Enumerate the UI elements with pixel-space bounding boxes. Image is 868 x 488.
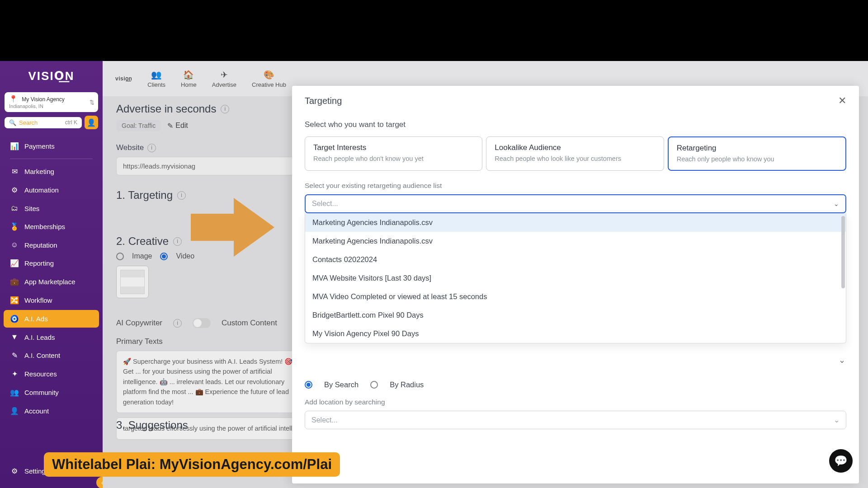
radio-image[interactable] [116,253,124,260]
scrollbar[interactable] [841,216,845,288]
audience-list-label: Select your existing retargeting audienc… [305,182,846,190]
ai-copywriter-label: AI Copywriter [116,319,162,328]
nav-sites[interactable]: 🗂Sites [4,200,99,217]
card-desc: Reach only people who know you [677,155,837,163]
automation-icon: ⚙ [10,186,19,194]
inner-brand: visio͟n [115,75,132,82]
card-target-interests[interactable]: Target Interests Reach people who don't … [305,136,482,171]
website-input[interactable]: https://leads.myvisionag [116,157,306,175]
dropdown-option[interactable]: Contacts 02022024 [305,250,846,269]
nav-label: Community [24,389,59,396]
nav-payments[interactable]: 📊Payments [4,137,99,155]
nav-ai-content[interactable]: ✎A.I. Content [4,347,99,364]
topnav-clients[interactable]: 👥Clients [147,70,165,88]
nav-resources[interactable]: ✦Resources [4,365,99,383]
edit-goal-button[interactable]: ✎Edit [167,122,188,130]
select-placeholder: Select... [312,200,338,208]
select-placeholder: Select... [311,416,338,424]
card-retargeting[interactable]: Retargeting Reach only people who know y… [668,136,846,171]
nav-label: A.I. Content [24,352,60,359]
targeting-modal: Targeting ✕ Select who you want to targe… [292,86,859,483]
radio-label: By Radius [390,380,424,389]
topnav-advertise[interactable]: ✈Advertise [212,70,236,88]
help-fab[interactable]: 💬 [829,449,853,473]
nav-label: Account [24,407,49,415]
nav-memberships[interactable]: 🏅Memberships [4,218,99,235]
topnav-home[interactable]: 🏠Home [181,70,197,88]
radio-video[interactable] [160,253,168,260]
community-icon: 👥 [10,388,19,397]
location-label: Add location by searching [305,398,846,406]
nav-label: A.I. Leads [24,333,55,341]
nav-label: Reputation [24,241,57,249]
nav-ai-ads[interactable]: 🧿A.I. Ads [4,310,99,328]
info-icon[interactable]: i [147,144,156,152]
radio-by-radius[interactable] [370,381,378,389]
content-icon: ✎ [10,351,19,360]
nav-community[interactable]: 👥Community [4,384,99,401]
radio-label: Image [132,252,152,260]
dropdown-option[interactable]: Marketing Agencies Indianapolis.csv [305,213,846,232]
card-lookalike[interactable]: Lookalike Audience Reach people who look… [486,136,664,171]
nav-marketing[interactable]: ✉Marketing [4,163,99,180]
topnav-label: Home [181,81,197,88]
nav-label: Workflow [24,296,52,304]
info-icon[interactable]: i [173,319,182,328]
nav-workflow[interactable]: 🔀Workflow [4,291,99,309]
info-icon[interactable]: i [177,191,186,200]
pin-icon: 📍 [9,95,18,103]
info-icon[interactable]: i [173,237,182,246]
nav-label: App Marketplace [24,278,75,286]
resources-icon: ✦ [10,370,19,378]
topnav-label: Advertise [212,81,236,88]
step-suggestions-heading: 3. Suggestions [116,419,188,432]
modal-title: Targeting [305,96,342,106]
dropdown-option[interactable]: BridgetBartlett.com Pixel 90 Days [305,306,846,324]
creative-thumbnail[interactable] [116,266,149,298]
account-icon: 👤 [10,407,19,415]
dropdown-option[interactable]: My Vision Agency Pixel 90 Days [305,324,846,343]
svg-marker-0 [191,198,274,257]
nav-divider [10,159,93,159]
agency-name: My Vision Agency [22,96,65,103]
primary-text-1[interactable]: 🚀 Supercharge your business with A.I. Le… [116,351,306,413]
nav-automation[interactable]: ⚙Automation [4,181,99,199]
radio-by-search[interactable] [305,381,312,389]
search-input[interactable]: 🔍 Search ctrl K [5,117,82,128]
audience-select[interactable]: Select... ⌄ [305,194,846,213]
agency-switcher[interactable]: 📍 My Vision Agency Indianapolis, IN ⇅ [5,92,98,112]
mail-icon: ✉ [10,167,19,176]
dropdown-option[interactable]: Marketing Agencies Indianapolis.csv [305,232,846,250]
custom-content-toggle[interactable] [193,318,211,328]
chevron-down-icon: ⌄ [834,200,839,207]
search-shortcut: ctrl K [65,119,77,126]
nav-label: A.I. Ads [24,315,48,323]
ads-icon: 🧿 [10,314,19,323]
dropdown-option[interactable]: MVA Video Completed or viewed at least 1… [305,287,846,306]
nav-reporting[interactable]: 📈Reporting [4,254,99,272]
nav-account[interactable]: 👤Account [4,402,99,420]
nav-reputation[interactable]: ☺Reputation [4,236,99,253]
app-frame: VISIO͟N 📍 My Vision Agency Indianapolis,… [0,61,868,488]
logo: VISIO͟N [4,69,99,83]
whitelabel-banner: Whitelabel Plai: MyVisionAgency.com/Plai [44,452,340,477]
dropdown-option[interactable]: MVA Website Visitors [Last 30 days] [305,269,846,287]
payments-icon: 📊 [10,142,19,150]
collapsed-section[interactable]: ⌄ [305,352,846,369]
main: visio͟n 👥Clients 🏠Home ✈Advertise 🎨Creat… [103,61,868,488]
sites-icon: 🗂 [10,204,19,212]
membership-icon: 🏅 [10,222,19,231]
topnav-label: Creative Hub [252,81,286,88]
topnav-creative-hub[interactable]: 🎨Creative Hub [252,70,286,88]
workflow-icon: 🔀 [10,296,19,305]
plane-icon: ✈ [221,70,228,80]
close-icon[interactable]: ✕ [838,95,846,107]
search-placeholder: Search [19,119,65,126]
agency-location: Indianapolis, IN [9,103,43,109]
nav-app-marketplace[interactable]: 💼App Marketplace [4,273,99,291]
nav-label: Automation [24,186,59,194]
location-select[interactable]: Select... ⌄ [305,411,846,429]
info-icon[interactable]: i [221,105,229,113]
nav-ai-leads[interactable]: ▼A.I. Leads [4,328,99,346]
user-button[interactable]: 👤 [85,116,98,129]
